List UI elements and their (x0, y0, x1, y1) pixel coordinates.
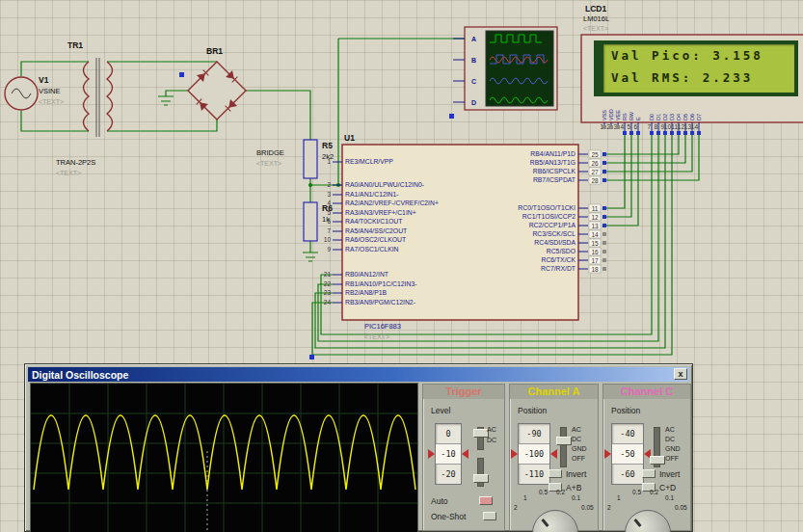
level-label: Level (431, 406, 450, 415)
channel-c-gain-knob[interactable] (625, 510, 671, 532)
trigger-level-wheel[interactable]: 0 -10 -20 (435, 423, 462, 485)
mcu-u1[interactable]: U1 RE3/MCLR/VPP RA0/AN0/ULPWU/C12IN0- RA… (324, 133, 606, 340)
ground-symbol[interactable] (303, 253, 318, 261)
part-value: BRIDGE (256, 148, 284, 157)
off-label: OFF (665, 455, 679, 462)
channel-c-position-wheel[interactable]: -40 -50 -60 (611, 423, 644, 485)
v1-sine-source[interactable]: V1 VSINE <TEXT> (5, 75, 64, 110)
lcd-pin-number: 6 (633, 123, 637, 130)
channel-a-title: Channel A (510, 385, 598, 399)
dial-label: 2 (607, 504, 611, 511)
pin-name: RA3/AN3/VREF+/C1IN+ (345, 209, 416, 216)
lcd-pin-number: 14 (691, 123, 699, 130)
wheel-arrow-left[interactable] (511, 449, 518, 459)
invert-button[interactable] (642, 469, 656, 478)
dial-label: 0.5 (632, 489, 641, 495)
part-text-placeholder: <TEXT> (256, 160, 281, 167)
dial-label: 1 (523, 494, 527, 501)
part-value: VSINE (39, 87, 61, 95)
auto-label: Auto (431, 496, 448, 506)
close-button[interactable]: x (674, 368, 687, 380)
ac-label: AC (487, 426, 496, 433)
pin-number: 10 (324, 236, 332, 243)
invert-button[interactable] (549, 469, 562, 478)
pin-name: RB2/AN8/P1B (345, 289, 388, 296)
pin-number: 12 (591, 214, 599, 221)
pin-name: RA0/AN0/ULPWU/C12IN0- (345, 181, 424, 188)
scope-probe-component[interactable]: A B C D (453, 27, 557, 110)
wheel-value-current: -100 (519, 443, 549, 465)
switch-thumb[interactable] (650, 456, 665, 465)
dial-label: 1 (617, 494, 621, 501)
gnd-label: GND (572, 445, 587, 452)
br1-bridge-rectifier[interactable]: BR1 BRIDGE <TEXT> (188, 46, 284, 167)
pin-number: 9 (327, 246, 331, 253)
pin-number: 2 (327, 181, 331, 188)
lcd-line-2: Val RMS: 2.233 (603, 66, 794, 89)
tr1-transformer[interactable]: TR1 TRAN-2P2S <TEXT> (56, 40, 113, 176)
dial-label: 0.05 (675, 504, 687, 511)
oscilloscope-window: Digital Oscilloscope x Trigger Level 0 -… (24, 363, 693, 532)
pin-number: 7 (327, 227, 331, 234)
lcd-pin-number: 7 (647, 123, 651, 130)
trigger-coupling-switch[interactable] (477, 427, 484, 450)
pin-name: RC6/TX/CK (541, 256, 575, 263)
pin-number: 3 (327, 191, 331, 198)
pin-number: 6 (327, 218, 331, 225)
lcd-pin-label: D3 (669, 114, 675, 120)
lcd-line-1: Val Pico: 3.158 (603, 44, 794, 66)
channel-a-trace (34, 415, 415, 490)
window-titlebar[interactable]: Digital Oscilloscope x (28, 367, 689, 382)
pin-number: 14 (591, 231, 599, 238)
wheel-arrow-right[interactable] (462, 449, 468, 459)
pin-number: 26 (591, 160, 599, 167)
part-value: PIC16F883 (364, 322, 401, 331)
pin-name: RC5/SDO (547, 248, 575, 254)
lcd-pin-label: RW (629, 111, 634, 120)
wheel-arrow-right[interactable] (550, 449, 557, 459)
pin-name: RC2/CCP1/P1A (529, 222, 576, 228)
part-text-placeholder: <TEXT> (56, 170, 81, 176)
part-ref: U1 (344, 133, 355, 143)
wheel-value-current: -10 (436, 443, 461, 465)
part-text-placeholder: <TEXT> (583, 25, 608, 32)
pin-number: 16 (591, 249, 599, 255)
channel-a-position-wheel[interactable]: -90 -100 -110 (518, 423, 550, 485)
knob-pointer (541, 519, 549, 527)
part-ref: LCD1 (585, 4, 606, 13)
lcd-pin-label: VSS (602, 110, 607, 120)
ground-symbol[interactable] (158, 96, 174, 105)
pin-name: RC4/SDI/SDA (534, 239, 575, 246)
channel-a-coupling-switch[interactable] (560, 427, 567, 467)
pin-name: RA7/OSC1/CLKIN (345, 246, 399, 253)
pin-number: 18 (591, 266, 599, 273)
lcd-screen: Val Pico: 3.158 Val RMS: 2.233 (594, 40, 798, 96)
invert-label: Invert (566, 469, 586, 479)
wheel-arrow-left[interactable] (428, 449, 435, 459)
channel-a-gain-knob[interactable] (532, 510, 578, 532)
pin-number: 13 (591, 223, 599, 229)
wheel-arrow-left[interactable] (604, 449, 611, 459)
knob-pointer (633, 519, 641, 527)
lcd-pin-number: 4 (620, 123, 624, 130)
trigger-edge-switch[interactable] (477, 458, 484, 487)
channel-c-coupling-switch[interactable] (654, 427, 660, 467)
part-ref: R5 (322, 141, 333, 150)
switch-thumb[interactable] (473, 474, 489, 483)
lcd-pin-label: D7 (696, 114, 702, 120)
auto-button[interactable] (479, 496, 493, 505)
switch-thumb[interactable] (556, 437, 572, 445)
dc-label: DC (487, 437, 496, 443)
probe-pin-label: A (471, 36, 476, 42)
dial-label: 0.1 (572, 494, 580, 501)
probe-pin-label: D (471, 99, 476, 106)
probe-pin-label: C (471, 78, 476, 85)
screen-grid (31, 384, 417, 532)
connection-markers (602, 152, 606, 271)
lcd-pin-number: 8 (654, 123, 657, 130)
wheel-value: -90 (519, 424, 549, 443)
sum-label: C+D (659, 483, 676, 492)
pin-name: RA6/OSC2/CLKOUT (345, 236, 406, 243)
part-ref: BR1 (206, 46, 223, 56)
one-shot-button[interactable] (483, 512, 496, 520)
